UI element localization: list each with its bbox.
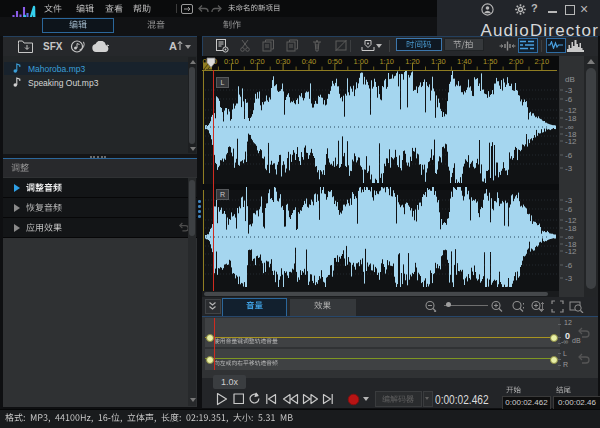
svg-text:1:10: 1:10 xyxy=(379,57,394,66)
svg-text:2:00: 2:00 xyxy=(509,57,524,66)
svg-text:1:20: 1:20 xyxy=(405,57,420,66)
svg-text:-3: -3 xyxy=(565,86,573,95)
svg-text:1:50: 1:50 xyxy=(483,57,498,66)
svg-text:-3: -3 xyxy=(565,196,573,205)
svg-text:0:30: 0:30 xyxy=(276,57,291,66)
svg-text:0:20: 0:20 xyxy=(250,57,265,66)
svg-text:1:30: 1:30 xyxy=(431,57,446,66)
svg-text:0:10: 0:10 xyxy=(224,57,239,66)
svg-text:0:40: 0:40 xyxy=(302,57,317,66)
svg-text:-18: -18 xyxy=(565,114,577,123)
svg-text:1:00: 1:00 xyxy=(353,57,368,66)
svg-text:-12: -12 xyxy=(565,247,577,256)
svg-text:-6: -6 xyxy=(565,151,573,160)
svg-text:1:40: 1:40 xyxy=(457,57,472,66)
svg-text:0:50: 0:50 xyxy=(328,57,343,66)
svg-text:-6: -6 xyxy=(565,205,573,214)
svg-text:-6: -6 xyxy=(565,261,573,270)
svg-text:-18: -18 xyxy=(565,224,577,233)
svg-text:2:10: 2:10 xyxy=(535,57,550,66)
svg-text:-6: -6 xyxy=(565,95,573,104)
svg-text:-3: -3 xyxy=(565,274,573,283)
svg-text:-3: -3 xyxy=(565,164,573,173)
svg-text:-12: -12 xyxy=(565,137,577,146)
svg-text:dB: dB xyxy=(565,75,575,84)
